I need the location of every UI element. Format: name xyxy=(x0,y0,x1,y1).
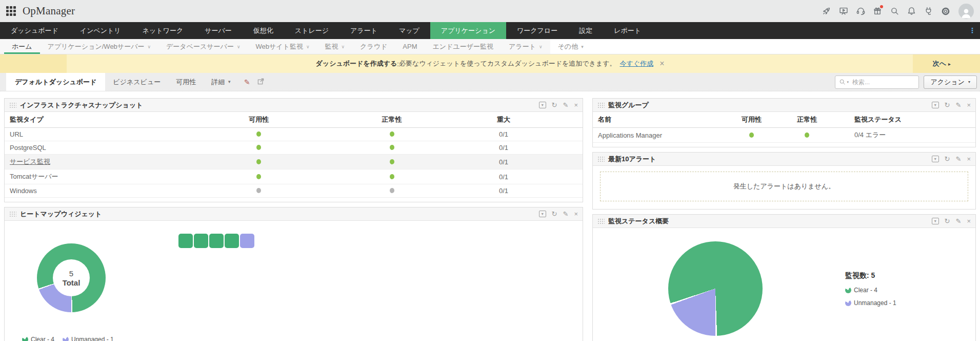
edit-icon[interactable]: ✎ xyxy=(956,102,962,108)
subnav-database-servers[interactable]: データベースサーバー∨ xyxy=(158,39,248,54)
col-critical: 重大 xyxy=(455,112,583,128)
refresh-icon[interactable]: ↻ xyxy=(552,102,557,108)
subnav-website-monitoring[interactable]: Webサイト監視∨ xyxy=(248,39,317,54)
group-name[interactable]: Applications Manager xyxy=(593,128,723,143)
subnav-app-web-servers[interactable]: アプリケーション/Webサーバー∨ xyxy=(40,39,158,54)
nav-inventory[interactable]: インベントリ xyxy=(69,22,132,39)
monitor-type: URL xyxy=(5,128,190,141)
table-row: Applications Manager 0/4 エラー xyxy=(593,128,975,143)
col-monitor-type: 監視タイプ xyxy=(5,112,190,128)
nav-settings[interactable]: 設定 xyxy=(568,22,603,39)
critical-count: 0/1 xyxy=(455,169,583,184)
gift-badge xyxy=(880,5,883,8)
edit-icon[interactable]: ✎ xyxy=(956,156,962,162)
availability-status-dot xyxy=(256,159,261,164)
widget-menu-icon[interactable]: ▼ xyxy=(932,156,939,162)
nav-reports[interactable]: レポート xyxy=(603,22,652,39)
heatmap-cell[interactable] xyxy=(225,234,239,248)
widget-infrastructure-snapshot: インフラストラクチャスナップショット ▼ ↻ ✎ × 監視タイプ 可用性 xyxy=(4,98,583,202)
tab-more-menu[interactable]: 詳細▼ xyxy=(204,73,239,91)
open-new-window-icon[interactable] xyxy=(257,78,265,87)
heatmap-cell[interactable] xyxy=(209,234,224,248)
bell-icon[interactable] xyxy=(907,7,916,15)
monitor-type-link[interactable]: サービス監視 xyxy=(5,155,190,169)
refresh-icon[interactable]: ↻ xyxy=(552,211,557,217)
drag-handle-icon[interactable] xyxy=(597,218,605,224)
heatmap-legend: Clear - 4 Unmanaged - 1 xyxy=(22,336,114,341)
subnav-home[interactable]: ホーム xyxy=(4,39,40,54)
availability-status-dot xyxy=(256,188,261,193)
close-icon[interactable]: × xyxy=(574,211,578,217)
user-avatar[interactable] xyxy=(958,4,974,19)
monitor-status-pie-chart xyxy=(668,241,763,336)
subnav-enduser-monitoring[interactable]: エンドユーザー監視 xyxy=(425,39,501,54)
widget-menu-icon[interactable]: ▼ xyxy=(539,211,546,217)
edit-dashboard-icon[interactable]: ✎ xyxy=(244,78,250,86)
widget-menu-icon[interactable]: ▼ xyxy=(932,102,939,108)
presentation-icon[interactable] xyxy=(839,7,848,15)
widget-title: 監視ステータス概要 xyxy=(608,217,669,226)
subnav-spacer xyxy=(591,39,980,54)
subnav-alerts[interactable]: アラート∨ xyxy=(501,39,550,54)
heatmap-cell[interactable] xyxy=(194,234,208,248)
create-now-link[interactable]: 今すぐ作成 xyxy=(620,59,654,68)
nav-alerts[interactable]: アラート xyxy=(339,22,388,39)
close-icon[interactable]: × xyxy=(967,102,971,108)
banner-close-icon[interactable]: × xyxy=(659,60,664,68)
plug-icon[interactable] xyxy=(924,7,933,15)
nav-virtualization[interactable]: 仮想化 xyxy=(243,22,284,39)
nav-applications[interactable]: アプリケーション xyxy=(430,22,506,39)
nav-server[interactable]: サーバー xyxy=(194,22,243,39)
apps-grid-icon[interactable] xyxy=(6,6,16,16)
actions-button[interactable]: アクション▾ xyxy=(924,75,977,89)
heatmap-cell[interactable] xyxy=(178,234,193,248)
rocket-icon[interactable] xyxy=(822,7,831,15)
gear-icon[interactable] xyxy=(941,7,950,16)
tab-availability[interactable]: 可用性 xyxy=(168,73,204,91)
table-row: サービス監視 0/1 xyxy=(5,155,583,169)
close-icon[interactable]: × xyxy=(967,156,971,162)
edit-icon[interactable]: ✎ xyxy=(563,211,569,217)
search-icon[interactable] xyxy=(890,7,899,15)
widget-menu-icon[interactable]: ▼ xyxy=(539,102,546,108)
heatmap-cell[interactable] xyxy=(240,234,254,248)
drag-handle-icon[interactable] xyxy=(9,102,16,108)
toolbar-right: ▾ アクション▾ xyxy=(835,73,980,91)
dashboard-tools: ✎ xyxy=(244,73,265,91)
widget-header: 監視ステータス概要 ▼ ↻ ✎ × xyxy=(593,215,975,228)
subnav-cloud[interactable]: クラウド xyxy=(352,39,395,54)
refresh-icon[interactable]: ↻ xyxy=(945,156,950,162)
drag-handle-icon[interactable] xyxy=(9,211,16,217)
health-status-dot xyxy=(390,174,394,179)
nav-storage[interactable]: ストレージ xyxy=(284,22,339,39)
donut-total-label: Total xyxy=(63,278,81,287)
search-input[interactable] xyxy=(852,79,909,86)
gift-icon[interactable] xyxy=(873,7,882,15)
nav-maps[interactable]: マップ xyxy=(388,22,430,39)
nav-dashboard[interactable]: ダッシュボード xyxy=(0,22,69,39)
drag-handle-icon[interactable] xyxy=(597,102,605,108)
tab-default-dashboard[interactable]: デフォルトダッシュボード xyxy=(6,73,105,91)
create-dashboard-banner: ダッシュボードを作成する : 必要なウィジェットを使ってカスタムダッシュボードを… xyxy=(0,54,980,73)
widget-menu-icon[interactable]: ▼ xyxy=(932,218,939,224)
close-icon[interactable]: × xyxy=(574,102,578,108)
edit-icon[interactable]: ✎ xyxy=(956,218,962,224)
nav-network[interactable]: ネットワーク xyxy=(132,22,194,39)
nav-workflow[interactable]: ワークフロー xyxy=(506,22,568,39)
status-summary-body: 監視数: 5 Clear - 4 Unmanaged - 1 xyxy=(593,228,975,341)
drag-handle-icon[interactable] xyxy=(597,156,605,162)
monitor-status: 0/4 エラー xyxy=(834,128,975,143)
headset-icon[interactable] xyxy=(856,7,865,15)
close-icon[interactable]: × xyxy=(967,218,971,224)
search-scope-caret-icon[interactable]: ▾ xyxy=(847,80,849,84)
refresh-icon[interactable]: ↻ xyxy=(945,218,950,224)
subnav-apm[interactable]: APM xyxy=(395,39,425,54)
col-availability: 可用性 xyxy=(190,112,328,128)
edit-icon[interactable]: ✎ xyxy=(563,102,569,108)
nav-overflow-icon[interactable]: ⋮ xyxy=(969,22,976,39)
refresh-icon[interactable]: ↻ xyxy=(945,102,950,108)
tab-business-view[interactable]: ビジネスビュー xyxy=(105,73,168,91)
subnav-monitoring[interactable]: 監視∨ xyxy=(317,39,353,54)
subnav-more[interactable]: その他▾ xyxy=(550,39,591,54)
next-button[interactable]: 次へ▸ xyxy=(933,59,951,68)
